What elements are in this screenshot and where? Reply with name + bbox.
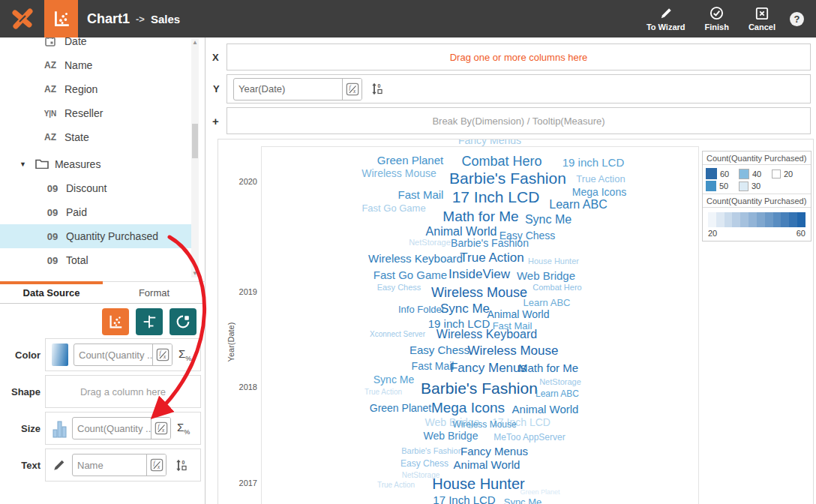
word-label[interactable]: NetStorage	[539, 377, 581, 386]
word-label[interactable]: Info Folder	[398, 304, 445, 315]
word-label[interactable]: Wireless Mouse	[468, 344, 559, 358]
expression-fx-icon[interactable]: fx	[342, 78, 362, 100]
sidebar-item-region[interactable]: AZ Region	[0, 77, 192, 101]
chart-canvas[interactable]: Year(Date) 2020 2019 2018 2017 Fancy Men…	[218, 139, 814, 504]
word-label[interactable]: Wireless Mouse	[362, 167, 436, 179]
word-label[interactable]: Fast Mail	[398, 188, 444, 201]
expression-fx-icon[interactable]: fx	[146, 454, 166, 476]
word-label[interactable]: Sync Me	[504, 496, 542, 504]
word-label[interactable]: NetStorage	[409, 238, 451, 247]
word-label[interactable]: Barbie's Fashion	[449, 170, 566, 188]
word-label[interactable]: Wireless Mouse	[452, 419, 516, 430]
help-button[interactable]: ?	[790, 12, 804, 26]
word-label[interactable]: Easy Chess	[410, 344, 470, 356]
cancel-button[interactable]: Cancel	[748, 7, 776, 32]
shape-drop-zone[interactable]: Drag a column here	[45, 375, 201, 408]
sidebar-item-discount[interactable]: 09 Discount	[0, 176, 192, 200]
scroll-up-icon[interactable]: ▲	[191, 39, 199, 46]
scrollbar-thumb[interactable]	[192, 124, 198, 158]
word-label[interactable]: Fast Go Game	[374, 268, 447, 281]
sidebar-scrollbar[interactable]: ▲ ▼	[191, 39, 199, 278]
sidebar-item-paid[interactable]: 09 Paid	[0, 200, 192, 224]
word-label[interactable]: Mega Icons	[572, 186, 626, 198]
doughnut-type-button[interactable]	[170, 308, 196, 335]
word-label[interactable]: Combat Hero	[532, 283, 581, 292]
finish-button[interactable]: Finish	[705, 6, 729, 32]
word-label[interactable]: True Action	[460, 250, 524, 266]
word-label[interactable]: Easy Chess	[400, 458, 448, 469]
word-label[interactable]: Barbie's Fashion	[401, 446, 463, 455]
word-label[interactable]: True Action	[364, 388, 402, 396]
word-label[interactable]: Wireless Keyboard	[436, 328, 537, 341]
color-drop-zone[interactable]: Count(Quantity ... fx Σ%	[45, 338, 201, 371]
y-value-pill[interactable]: Year(Date) fx	[233, 78, 362, 100]
measures-folder[interactable]: ▼ Measures	[0, 152, 192, 176]
word-label[interactable]: Web Bridge	[424, 430, 478, 442]
word-label[interactable]: 19 inch LCD	[562, 156, 625, 169]
word-label[interactable]: Easy Chess	[377, 283, 422, 292]
word-label[interactable]: Learn ABC	[524, 297, 571, 308]
sort-order-icon[interactable]: 0	[175, 458, 188, 472]
word-label[interactable]: MeToo AppServer	[494, 432, 565, 442]
text-value-pill[interactable]: Name fx	[72, 454, 166, 476]
word-label[interactable]: Fancy Menus	[450, 361, 526, 376]
break-by-drop-zone[interactable]: Break By(Dimension) / Tooltip(Measure)	[226, 107, 811, 134]
size-drop-zone[interactable]: Count(Quantity ... fx Σ%	[45, 412, 201, 445]
color-gradient-swatch[interactable]	[52, 344, 68, 366]
word-label[interactable]: Barbie's Fashion	[421, 380, 538, 398]
word-label[interactable]: Web Bridge	[517, 269, 575, 282]
tab-format[interactable]: Format	[103, 282, 206, 303]
word-label[interactable]: Mega Icons	[431, 400, 505, 416]
word-label[interactable]: InsideView	[448, 267, 510, 282]
word-label[interactable]: True Action	[576, 173, 625, 184]
word-label[interactable]: 17 Inch LCD	[452, 188, 540, 206]
y-drop-zone[interactable]: Year(Date) fx 0	[226, 74, 811, 104]
aggregation-sigma-icon[interactable]: Σ%	[178, 347, 191, 362]
to-wizard-button[interactable]: To Wizard	[646, 7, 686, 32]
word-label[interactable]: Fast Mail	[412, 360, 454, 372]
aggregation-sigma-icon[interactable]: Σ%	[177, 421, 190, 436]
scatter-type-button[interactable]	[102, 308, 129, 335]
word-label[interactable]: Sync Me	[440, 302, 490, 316]
word-label[interactable]: Animal World	[488, 308, 550, 320]
word-label[interactable]: Xconnect Server	[370, 330, 425, 338]
word-label[interactable]: Fancy Menus	[460, 445, 528, 458]
sidebar-item-reseller[interactable]: Y|N Reseller	[0, 101, 192, 125]
text-drop-zone[interactable]: Name fx 0	[45, 448, 201, 482]
word-label[interactable]: Green Planet	[370, 402, 432, 414]
word-label[interactable]: Learn ABC	[549, 198, 607, 212]
word-label[interactable]: Wireless Keyboard	[368, 252, 463, 265]
word-label[interactable]: True Action	[377, 481, 415, 489]
sidebar-item-state[interactable]: AZ State	[0, 125, 192, 149]
word-label[interactable]: Combat Hero	[461, 154, 542, 170]
word-label[interactable]: Animal World	[454, 458, 520, 471]
word-label[interactable]: Sync Me	[525, 213, 572, 226]
sidebar-item-date[interactable]: Date	[0, 38, 192, 53]
word-label[interactable]: House Hunter	[528, 256, 579, 266]
expression-fx-icon[interactable]: fx	[151, 417, 170, 440]
scroll-down-icon[interactable]: ▼	[191, 270, 199, 278]
word-label[interactable]: Math for Me	[518, 362, 578, 374]
word-label[interactable]: Learn ABC	[536, 388, 579, 399]
sidebar-item-quantity-purchased[interactable]: 09 Quantity Purchased	[0, 224, 192, 248]
tab-data-source[interactable]: Data Source	[0, 282, 103, 303]
word-label[interactable]: Green Planet	[377, 154, 443, 166]
word-label[interactable]: Math for Me	[442, 208, 518, 225]
word-label[interactable]: 17 Inch LCD	[433, 494, 495, 504]
sort-order-icon[interactable]: 0	[370, 82, 383, 96]
word-label[interactable]: Animal World	[512, 403, 579, 416]
chart-type-tile[interactable]	[44, 0, 78, 38]
word-label[interactable]: Barbie's Fashion	[451, 237, 529, 249]
size-value-pill[interactable]: Count(Quantity ... fx	[72, 417, 171, 440]
word-label[interactable]: Fancy Menus	[458, 139, 521, 146]
word-label[interactable]: Green Planet	[520, 488, 560, 496]
color-value-pill[interactable]: Count(Quantity ... fx	[74, 344, 172, 366]
sidebar-item-total[interactable]: 09 Total	[0, 248, 192, 272]
expression-fx-icon[interactable]: fx	[152, 344, 172, 366]
word-label[interactable]: Fast Go Game	[362, 202, 425, 214]
word-label[interactable]: Wireless Mouse	[431, 285, 527, 301]
word-label[interactable]: Sync Me	[374, 374, 414, 386]
sidebar-item-name[interactable]: AZ Name	[0, 53, 192, 77]
hierarchy-type-button[interactable]	[136, 308, 163, 335]
word-label[interactable]: House Hunter	[432, 476, 524, 493]
